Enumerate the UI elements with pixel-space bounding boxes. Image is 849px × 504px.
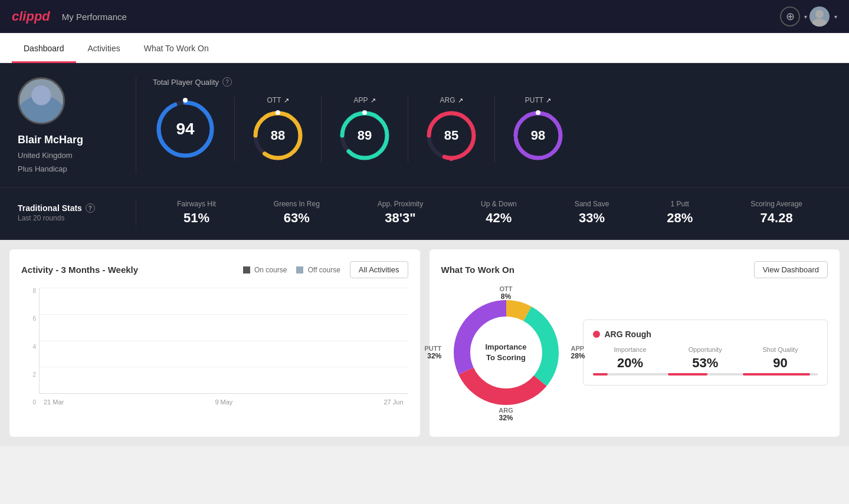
donut-center-text: Importance To Scoring [485,342,526,363]
stat-oneputt: 1 Putt 28% [667,200,693,226]
putt-trend-icon: ↗ [546,97,551,104]
stat-fairways: Fairways Hit 51% [177,200,216,226]
player-info: Blair McHarg United Kingdom Plus Handica… [18,77,136,173]
app-value: 89 [358,128,372,143]
activity-title: Activity - 3 Months - Weekly [21,265,138,275]
work-on-title: What To Work On [441,265,514,275]
player-handicap: Plus Handicap [18,164,67,173]
avatar [809,6,830,27]
putt-score-card: PUTT ↗ 98 [495,96,581,162]
ott-value: 88 [271,128,285,143]
chart-x-labels: 21 Mar 9 May 27 Jun [39,398,408,406]
chart-inner: 0 2 4 6 8 21 Mar [21,288,408,406]
tab-activities[interactable]: Activities [76,33,132,63]
svg-point-1 [812,19,827,27]
importance-bar-bg [593,373,668,375]
player-country: United Kingdom [18,151,73,160]
tpq-score-card: 94 [153,97,235,162]
bar-chart: 0 2 4 6 8 21 Mar [21,288,408,417]
work-card-stats: Importance 20% Opportunity 53% [593,346,818,375]
tpq-help-icon[interactable]: ? [222,77,232,87]
work-card-title: ARG Rough [593,330,818,339]
chart-y-labels: 0 2 4 6 8 [21,288,36,406]
tabs-bar: Dashboard Activities What To Work On [0,33,849,63]
work-stat-shotquality: Shot Quality 90 [743,346,818,375]
opportunity-bar-bg [668,373,743,375]
activity-controls: On course Off course All Activities [243,261,408,278]
app-dot [362,110,367,115]
putt-dot [536,110,540,115]
player-name: Blair McHarg [18,134,83,146]
svg-point-0 [815,10,824,18]
shotquality-bar-fill [743,373,810,375]
work-on-content: Importance To Scoring OTT 8% APP 28% ARG [441,288,828,417]
trad-stats-label: Traditional Stats ? Last 20 rounds [18,203,136,222]
work-detail-card: ARG Rough Importance 20% Opportunity 53% [583,319,828,386]
trad-help-icon[interactable]: ? [86,203,95,213]
ott-trend-icon: ↗ [284,97,289,104]
opportunity-bar-fill [668,373,707,375]
stat-items: Fairways Hit 51% Greens In Reg 63% App. … [136,200,831,226]
arg-circle: 85 [425,109,478,162]
putt-value: 98 [531,128,545,143]
stat-proximity: App. Proximity 38'3" [378,200,423,226]
arg-value: 85 [444,128,458,143]
view-dashboard-button[interactable]: View Dashboard [754,261,828,278]
shotquality-bar-bg [743,373,818,375]
importance-bar-fill [593,373,608,375]
app-label: APP ↗ [353,96,375,104]
arg-label: ARG ↗ [440,96,463,104]
header: clippd My Performance ⊕ ▾ [0,0,849,33]
tpq-circle: 94 [153,97,218,162]
score-cards: 94 OTT ↗ 88 [153,96,831,162]
tab-what-to-work-on[interactable]: What To Work On [132,33,221,63]
hero-section: Blair McHarg United Kingdom Plus Handica… [0,63,849,187]
grid-line-8 [40,288,408,288]
tpq-value: 94 [176,120,194,139]
activity-panel-header: Activity - 3 Months - Weekly On course O… [21,261,408,278]
grid-line-2 [40,367,408,367]
header-title: My Performance [62,12,127,22]
work-dot [593,331,600,338]
tpq-dot [183,98,188,103]
scores-section: Total Player Quality ? 94 [136,77,831,173]
legend-offcourse-swatch [296,266,303,274]
ott-dot [276,110,280,115]
ott-label: OTT ↗ [267,96,289,104]
arg-dot [449,156,454,161]
header-right: ⊕ ▾ [780,6,837,27]
user-menu[interactable]: ▾ [809,6,837,27]
logo: clippd [12,9,50,24]
tpq-label: Total Player Quality ? [153,77,831,87]
stat-sandsave: Sand Save 33% [575,200,609,226]
arg-score-card: ARG ↗ 85 [408,96,495,162]
putt-label: PUTT ↗ [525,96,551,104]
all-activities-button[interactable]: All Activities [350,261,408,278]
tab-dashboard[interactable]: Dashboard [12,33,76,63]
ott-score-card: OTT ↗ 88 [235,96,322,162]
svg-rect-4 [25,106,58,124]
player-avatar [18,77,65,124]
app-donut-label: APP 28% [571,345,585,360]
grid-line-6 [40,314,408,315]
app-circle: 89 [338,109,391,162]
logo-text: clippd [12,9,50,24]
ott-donut-label: OTT 8% [500,285,513,301]
header-left: clippd My Performance [12,9,127,24]
chevron-down-icon: ▾ [834,14,837,20]
svg-point-3 [31,85,51,105]
add-button[interactable]: ⊕ [780,6,800,27]
work-stat-importance: Importance 20% [593,346,668,375]
arg-donut-label: ARG 32% [499,407,513,422]
ott-circle: 88 [251,109,304,162]
stat-updown: Up & Down 42% [481,200,517,226]
grid-line-4 [40,341,408,341]
donut-chart: Importance To Scoring OTT 8% APP 28% ARG [441,288,571,417]
work-on-header: What To Work On View Dashboard [441,261,828,278]
work-on-panel: What To Work On View Dashboard [430,249,840,437]
trad-period: Last 20 rounds [18,214,136,222]
activity-legend: On course Off course [243,266,340,274]
stats-bar: Traditional Stats ? Last 20 rounds Fairw… [0,187,849,240]
app-trend-icon: ↗ [371,97,376,104]
legend-oncourse-swatch [243,266,250,274]
